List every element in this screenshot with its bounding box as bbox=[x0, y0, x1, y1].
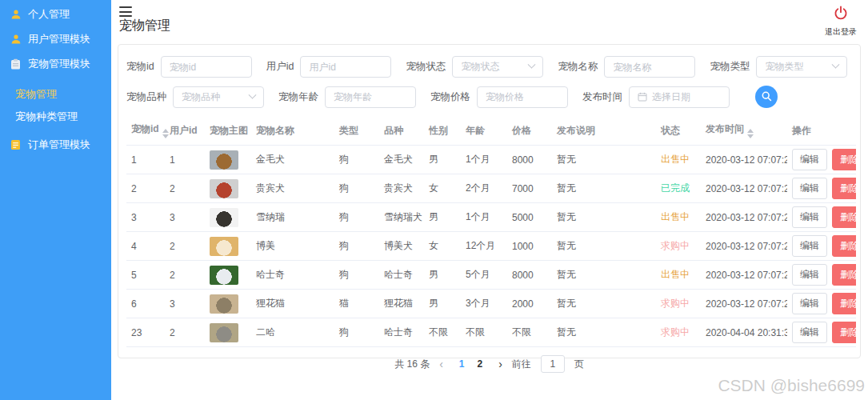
cell-name: 雪纳瑞 bbox=[251, 203, 334, 232]
cell-actions: 编辑删除 bbox=[787, 318, 856, 347]
page-number-1[interactable]: 1 bbox=[458, 358, 466, 370]
user-id-input[interactable] bbox=[300, 56, 391, 78]
cell-user: 2 bbox=[165, 261, 205, 290]
delete-button[interactable]: 删除 bbox=[832, 293, 856, 314]
cell-time: 2020-03-12 07:07:23 bbox=[701, 290, 787, 318]
edit-button[interactable]: 编辑 bbox=[792, 264, 827, 286]
filter-group-pet-breed: 宠物品种宠物品种 bbox=[126, 86, 264, 108]
publish-date-picker[interactable]: 选择日期 bbox=[629, 86, 730, 108]
filter-label: 宠物名称 bbox=[558, 60, 598, 74]
cell-actions: 编辑删除 bbox=[787, 203, 856, 232]
edit-button[interactable]: 编辑 bbox=[792, 322, 827, 343]
search-button[interactable] bbox=[755, 86, 778, 108]
pet-name-input[interactable] bbox=[604, 56, 695, 78]
delete-button[interactable]: 删除 bbox=[832, 322, 856, 343]
sidebar-item-user-module[interactable]: 用户管理模块 bbox=[0, 26, 111, 51]
pagination-total: 共 16 条 bbox=[394, 358, 430, 371]
delete-button[interactable]: 删除 bbox=[832, 235, 856, 257]
cell-age: 1个月 bbox=[461, 146, 507, 174]
pet-status-select[interactable]: 宠物状态 bbox=[452, 56, 543, 78]
cell-actions: 编辑删除 bbox=[787, 146, 856, 174]
table-row: 22贵宾犬狗贵宾犬女2个月7000暂无已完成2020-03-12 07:07:2… bbox=[126, 174, 856, 203]
date-placeholder: 选择日期 bbox=[652, 90, 690, 104]
logout-button[interactable]: 退出登录 bbox=[825, 5, 857, 38]
sidebar-menu: 个人管理用户管理模块宠物管理模块宠物管理宠物种类管理订单管理模块 bbox=[0, 2, 111, 157]
pet-type-select[interactable]: 宠物类型 bbox=[756, 56, 847, 78]
cell-age: 3个月 bbox=[461, 290, 507, 318]
sidebar-item-label: 个人管理 bbox=[28, 7, 70, 22]
cell-user: 3 bbox=[165, 203, 205, 232]
edit-button[interactable]: 编辑 bbox=[792, 235, 827, 257]
edit-button[interactable]: 编辑 bbox=[792, 178, 827, 199]
pet-age-input[interactable] bbox=[325, 86, 416, 108]
delete-button[interactable]: 删除 bbox=[832, 178, 856, 199]
cell-img bbox=[205, 261, 251, 290]
cell-breed: 金毛犬 bbox=[379, 146, 424, 174]
cell-type: 狗 bbox=[334, 146, 379, 174]
pet-breed-select[interactable]: 宠物品种 bbox=[173, 86, 264, 108]
filter-label: 宠物状态 bbox=[406, 60, 446, 74]
table-row: 33雪纳瑞狗雪纳瑞犬男1个月5000暂无出售中2020-03-12 07:07:… bbox=[126, 203, 856, 232]
delete-button[interactable]: 删除 bbox=[832, 264, 856, 286]
column-header-label: 年龄 bbox=[466, 125, 485, 136]
pet-table: 宠物id用户id宠物主图宠物名称类型品种性别年龄价格发布说明状态发布时间操作 1… bbox=[126, 116, 856, 347]
cell-name: 狸花猫 bbox=[251, 290, 334, 318]
cell-id: 2 bbox=[126, 174, 165, 203]
cell-breed: 哈士奇 bbox=[379, 318, 424, 347]
filter-row-1: 宠物id用户id宠物状态宠物状态宠物名称宠物类型宠物类型 bbox=[126, 56, 854, 78]
delete-button[interactable]: 删除 bbox=[832, 149, 856, 170]
cell-img bbox=[205, 318, 251, 347]
goto-page-input[interactable] bbox=[541, 355, 565, 373]
column-header: 类型 bbox=[334, 116, 379, 146]
cell-breed: 博美犬 bbox=[379, 232, 424, 261]
pet-photo bbox=[210, 294, 238, 314]
sidebar-item-pet-manage[interactable]: 宠物管理 bbox=[0, 83, 111, 106]
cell-gender: 女 bbox=[424, 232, 461, 261]
calendar-icon bbox=[638, 92, 647, 102]
sort-icon[interactable] bbox=[162, 129, 169, 138]
clipboard-icon bbox=[10, 58, 22, 70]
edit-button[interactable]: 编辑 bbox=[792, 206, 827, 228]
prev-page-arrow[interactable]: ‹ bbox=[439, 358, 443, 370]
page-title: 宠物管理 bbox=[119, 18, 170, 34]
cell-name: 金毛犬 bbox=[251, 146, 334, 174]
filter-group-pet-type: 宠物类型宠物类型 bbox=[710, 56, 847, 78]
delete-button[interactable]: 删除 bbox=[832, 206, 856, 228]
sidebar-item-label: 订单管理模块 bbox=[28, 138, 90, 152]
column-header[interactable]: 宠物id bbox=[126, 116, 165, 146]
cell-price: 不限 bbox=[507, 318, 552, 347]
user-icon bbox=[10, 33, 22, 45]
menu-toggle-icon[interactable] bbox=[119, 6, 132, 17]
cell-gender: 男 bbox=[424, 146, 461, 174]
next-page-arrow[interactable]: › bbox=[498, 358, 502, 370]
pet-price-input[interactable] bbox=[477, 86, 568, 108]
select-placeholder: 宠物品种 bbox=[182, 90, 220, 104]
cell-name: 贵宾犬 bbox=[251, 174, 334, 203]
select-placeholder: 宠物类型 bbox=[765, 60, 803, 74]
cell-price: 5000 bbox=[507, 203, 552, 232]
sidebar-item-personal-manage[interactable]: 个人管理 bbox=[0, 2, 111, 26]
cell-time: 2020-03-12 07:07:23 bbox=[701, 261, 787, 290]
edit-button[interactable]: 编辑 bbox=[792, 149, 827, 170]
pet-photo bbox=[210, 323, 238, 342]
edit-button[interactable]: 编辑 bbox=[792, 293, 827, 314]
sidebar-item-pet-category[interactable]: 宠物种类管理 bbox=[0, 106, 111, 128]
cell-id: 3 bbox=[126, 203, 165, 232]
sidebar-item-order-module[interactable]: 订单管理模块 bbox=[0, 132, 111, 157]
sort-icon[interactable] bbox=[747, 129, 754, 138]
pet-photo bbox=[210, 237, 238, 256]
chevron-down-icon bbox=[832, 61, 840, 69]
table-header-row: 宠物id用户id宠物主图宠物名称类型品种性别年龄价格发布说明状态发布时间操作 bbox=[126, 116, 856, 146]
pet-id-input[interactable] bbox=[161, 56, 252, 78]
cell-status: 出售中 bbox=[656, 146, 701, 174]
cell-actions: 编辑删除 bbox=[787, 232, 856, 261]
page-number-2[interactable]: 2 bbox=[476, 358, 485, 370]
cell-user: 2 bbox=[165, 174, 205, 203]
cell-type: 猫 bbox=[334, 290, 379, 318]
column-header[interactable]: 发布时间 bbox=[701, 116, 787, 146]
cell-status: 出售中 bbox=[656, 261, 701, 290]
cell-user: 1 bbox=[165, 146, 205, 174]
sidebar-item-pet-module[interactable]: 宠物管理模块 bbox=[0, 51, 111, 76]
logout-label: 退出登录 bbox=[825, 26, 857, 38]
cell-time: 2020-03-12 07:07:23 bbox=[701, 203, 787, 232]
